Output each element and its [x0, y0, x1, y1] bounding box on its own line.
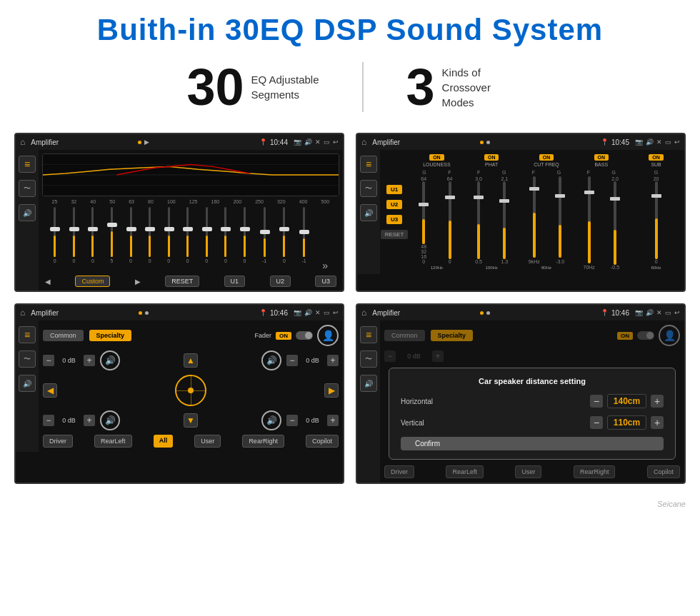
eq-icon-1[interactable]: ≡ [19, 156, 36, 173]
back-icon[interactable]: ↩ [333, 138, 339, 146]
loudness-on[interactable]: ON [429, 154, 444, 161]
confirm-btn[interactable]: Confirm [401, 437, 664, 450]
back-icon-2[interactable]: ↩ [674, 138, 680, 146]
down-arrow-btn[interactable]: ▼ [184, 413, 198, 428]
window-icon-2: ▭ [665, 138, 671, 146]
horizontal-minus[interactable]: − [590, 395, 603, 408]
fader-slider[interactable] [296, 331, 313, 340]
u3-preset[interactable]: U3 [386, 215, 402, 224]
u2-preset[interactable]: U2 [386, 200, 402, 209]
back-icon-4[interactable]: ↩ [674, 309, 680, 316]
spk-icon-2[interactable]: 〜 [19, 350, 36, 368]
dist-user-btn[interactable]: User [515, 465, 541, 478]
driver-btn[interactable]: Driver [43, 435, 73, 448]
vertical-minus[interactable]: − [590, 416, 603, 429]
eq-slider-12[interactable]: 0 [283, 207, 286, 271]
rear-right-minus[interactable]: − [286, 415, 298, 426]
tab-common[interactable]: Common [43, 330, 84, 341]
spk-icon-3[interactable]: 🔊 [19, 375, 36, 392]
rear-left-minus[interactable]: − [43, 415, 54, 426]
home-icon-2[interactable]: ⌂ [361, 137, 366, 147]
eq-slider-3[interactable]: 5 [111, 207, 114, 271]
eq-slider-13[interactable]: -1 [301, 207, 306, 271]
close-icon-4[interactable]: ✕ [656, 309, 662, 316]
rear-right-plus[interactable]: + [327, 415, 339, 426]
close-icon-3[interactable]: ✕ [315, 309, 321, 316]
close-icon-2[interactable]: ✕ [656, 138, 662, 146]
home-icon-3[interactable]: ⌂ [20, 308, 25, 318]
eq-slider-0[interactable]: 0 [54, 207, 56, 271]
eq-slider-2[interactable]: 0 [91, 207, 94, 271]
sub-on[interactable]: ON [649, 154, 664, 161]
vertical-plus[interactable]: + [651, 416, 664, 429]
user-icon[interactable]: 👤 [317, 325, 339, 346]
bass-on[interactable]: ON [594, 154, 609, 161]
cross-icon-3[interactable]: 🔊 [360, 204, 377, 221]
home-icon-4[interactable]: ⌂ [361, 308, 366, 318]
dist-driver-btn[interactable]: Driver [384, 465, 414, 478]
dist-tab-common[interactable]: Common [384, 330, 425, 341]
eq-slider-9[interactable]: 0 [224, 207, 227, 271]
rear-right-val: 0 dB [300, 417, 325, 424]
eq-slider-10[interactable]: 0 [243, 207, 246, 271]
eq-slider-1[interactable]: 0 [72, 207, 75, 271]
screen1-icons: 📷 🔊 ✕ ▭ ↩ [294, 138, 339, 146]
eq-slider-8[interactable]: 0 [205, 207, 208, 271]
eq-slider-6[interactable]: 0 [167, 207, 170, 271]
u1-preset[interactable]: U1 [386, 185, 402, 194]
volume-icon-4: 🔊 [646, 309, 654, 316]
eq-slider-11[interactable]: -1 [262, 207, 266, 271]
eq-nav-right[interactable]: ▶ [135, 278, 141, 286]
eq-icon-2[interactable]: 〜 [19, 180, 36, 197]
eq-slider-7[interactable]: 0 [186, 207, 189, 271]
dist-fader-slider[interactable] [637, 331, 654, 340]
copilot-btn[interactable]: Copilot [306, 435, 339, 448]
dist-icon-1[interactable]: ≡ [360, 326, 377, 343]
eq-scroll-right[interactable]: » [322, 260, 328, 271]
reset-preset[interactable]: RESET [381, 230, 409, 239]
dist-user-icon[interactable]: 👤 [659, 325, 680, 346]
front-right-plus[interactable]: + [327, 355, 339, 366]
rear-left-plus[interactable]: + [84, 415, 95, 426]
cutfreq-on[interactable]: ON [539, 154, 554, 161]
eq-slider-5[interactable]: 0 [149, 207, 151, 271]
eq-reset-btn[interactable]: RESET [165, 276, 199, 287]
dist-fader-on[interactable]: ON [617, 332, 633, 340]
speaker-top-row: Common Specialty Fader ON 👤 [43, 325, 339, 346]
front-left-minus[interactable]: − [43, 355, 54, 366]
cross-icon-1[interactable]: ≡ [360, 156, 377, 173]
front-left-plus[interactable]: + [84, 355, 95, 366]
eq-u2-btn[interactable]: U2 [270, 276, 291, 287]
right-arrow-btn[interactable]: ▶ [324, 383, 339, 398]
tab-specialty[interactable]: Specialty [89, 330, 132, 341]
dist-rear-left-btn[interactable]: RearLeft [446, 465, 484, 478]
left-arrow-btn[interactable]: ◀ [43, 383, 57, 398]
user-btn[interactable]: User [194, 435, 221, 448]
dist-copilot-btn[interactable]: Copilot [647, 465, 680, 478]
dist-icon-3[interactable]: 🔊 [360, 375, 377, 392]
dist-rear-right-btn[interactable]: RearRight [574, 465, 616, 478]
rear-right-btn[interactable]: RearRight [242, 435, 284, 448]
dist-tab-specialty[interactable]: Specialty [431, 330, 474, 341]
cross-icon-2[interactable]: 〜 [360, 180, 377, 197]
eq-icon-3[interactable]: 🔊 [19, 204, 36, 221]
distance-main: Common Specialty ON 👤 [380, 320, 684, 483]
up-arrow-btn[interactable]: ▲ [184, 353, 198, 368]
spk-icon-1[interactable]: ≡ [19, 326, 36, 343]
rear-left-btn[interactable]: RearLeft [94, 435, 132, 448]
back-icon-3[interactable]: ↩ [333, 309, 339, 316]
eq-preset-custom[interactable]: Custom [75, 276, 110, 287]
phat-on[interactable]: ON [484, 154, 499, 161]
dist-icon-2[interactable]: 〜 [360, 350, 377, 368]
all-btn[interactable]: All [154, 435, 174, 448]
close-icon[interactable]: ✕ [315, 138, 321, 146]
eq-u3-btn[interactable]: U3 [315, 276, 336, 287]
eq-slider-4[interactable]: 0 [129, 207, 132, 271]
home-icon[interactable]: ⌂ [20, 137, 25, 147]
horizontal-plus[interactable]: + [651, 395, 664, 408]
fader-on[interactable]: ON [276, 332, 291, 340]
eq-nav-left[interactable]: ◀ [45, 278, 51, 286]
eq-u1-btn[interactable]: U1 [224, 276, 246, 287]
vertical-label: Vertical [401, 419, 451, 427]
front-right-minus[interactable]: − [286, 355, 298, 366]
